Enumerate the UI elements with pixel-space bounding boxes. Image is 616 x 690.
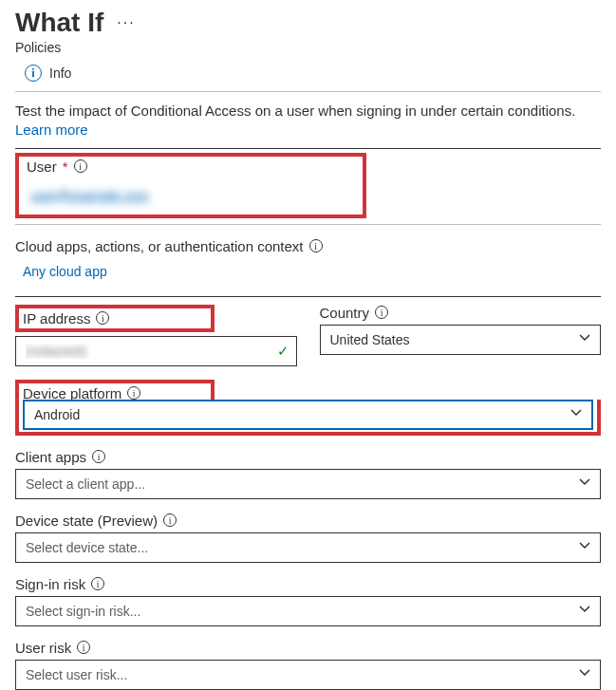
country-select[interactable]: United States <box>320 325 602 355</box>
required-asterisk: * <box>63 159 68 175</box>
divider <box>15 224 601 225</box>
info-icon[interactable]: i <box>77 641 90 654</box>
divider <box>15 91 601 92</box>
breadcrumb-policies: Policies <box>15 40 601 55</box>
signin-risk-label: Sign-in risk <box>15 576 85 592</box>
info-icon[interactable]: i <box>309 239 323 252</box>
divider <box>15 148 601 149</box>
chevron-down-icon <box>579 332 590 346</box>
client-apps-label: Client apps <box>15 449 86 465</box>
chevron-down-icon <box>579 540 590 554</box>
chevron-down-icon <box>579 604 590 618</box>
cloud-apps-label: Cloud apps, actions, or authentication c… <box>15 238 304 254</box>
highlight-device-platform-input: Android <box>15 400 601 436</box>
info-icon[interactable]: i <box>92 450 105 463</box>
country-label: Country <box>320 305 370 321</box>
device-state-select[interactable]: Select device state... <box>15 532 601 563</box>
device-state-label: Device state (Preview) <box>15 513 158 529</box>
any-cloud-app-link[interactable]: Any cloud app <box>15 260 115 289</box>
page-title: What If <box>15 8 103 38</box>
info-icon[interactable]: i <box>96 311 109 325</box>
ip-label: IP address <box>23 310 90 326</box>
more-menu-icon[interactable]: ··· <box>117 14 135 31</box>
client-apps-select[interactable]: Select a client app... <box>15 469 601 499</box>
info-icon[interactable]: i <box>163 513 177 527</box>
info-icon[interactable]: i <box>375 306 388 319</box>
device-platform-select[interactable]: Android <box>23 400 593 430</box>
chevron-down-icon <box>579 476 590 491</box>
highlight-ip: IP address i <box>15 305 215 332</box>
info-icon[interactable]: i <box>74 159 87 173</box>
user-risk-label: User risk <box>15 640 71 656</box>
user-value-link[interactable]: user@example.com <box>27 180 153 214</box>
chevron-down-icon <box>579 667 590 681</box>
info-label: Info <box>49 65 71 81</box>
signin-risk-select[interactable]: Select sign-in risk... <box>15 596 601 626</box>
divider <box>15 296 601 297</box>
chevron-down-icon <box>570 407 582 421</box>
highlight-user: User * i user@example.com <box>15 153 366 218</box>
info-icon[interactable]: i <box>127 386 140 400</box>
info-icon: i <box>25 65 42 82</box>
info-icon[interactable]: i <box>91 577 104 590</box>
user-label: User <box>27 159 57 175</box>
highlight-device-platform: Device platform i <box>15 380 215 401</box>
info-button[interactable]: i Info <box>15 61 601 89</box>
user-risk-select[interactable]: Select user risk... <box>15 660 601 690</box>
ip-input[interactable] <box>15 336 297 366</box>
description-text: Test the impact of Conditional Access on… <box>15 102 601 140</box>
learn-more-link[interactable]: Learn more <box>15 121 88 138</box>
